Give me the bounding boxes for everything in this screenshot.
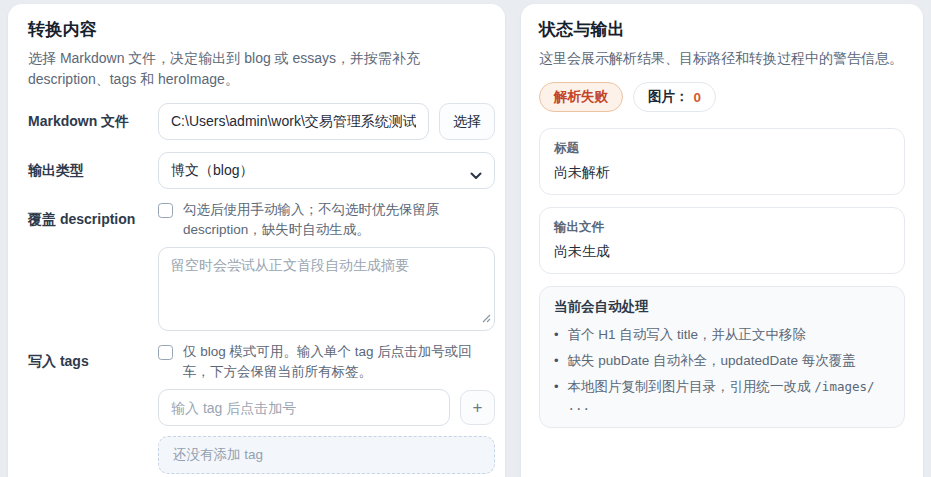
auto-process-item: • 首个 H1 自动写入 title，并从正文中移除 — [554, 325, 890, 344]
output-type-select[interactable]: 博文（blog） — [158, 152, 495, 189]
resize-grip-icon[interactable] — [482, 309, 491, 327]
panel-subtitle-conversion: 选择 Markdown 文件，决定输出到 blog 或 essays，并按需补充… — [28, 48, 490, 90]
parse-status-badge: 解析失败 — [539, 82, 623, 112]
choose-file-button[interactable]: 选择 — [439, 103, 495, 140]
write-tags-checkbox[interactable] — [158, 345, 173, 360]
row-override-description: 覆盖 description 勾选后使用手动输入；不勾选时优先保留原 descr… — [28, 200, 495, 240]
bullet-icon: • — [554, 377, 559, 415]
description-textarea[interactable] — [158, 247, 495, 331]
auto-process-list: • 首个 H1 自动写入 title，并从正文中移除 • 缺失 pubDate … — [554, 325, 890, 415]
title-card-value: 尚未解析 — [554, 164, 890, 182]
bullet-icon: • — [554, 325, 559, 344]
output-file-card-value: 尚未生成 — [554, 243, 890, 261]
tag-empty-state: 还没有添加 tag — [158, 436, 495, 474]
auto-process-card: 当前会自动处理 • 首个 H1 自动写入 title，并从正文中移除 • 缺失 … — [539, 286, 905, 428]
tag-input[interactable] — [158, 389, 450, 426]
write-tags-label: 写入 tags — [28, 353, 158, 371]
output-file-card: 输出文件 尚未生成 — [539, 207, 905, 274]
auto-process-item: • 缺失 pubDate 自动补全，updatedDate 每次覆盖 — [554, 351, 890, 370]
row-markdown-file: Markdown 文件 选择 — [28, 103, 495, 140]
conversion-panel: 转换内容 选择 Markdown 文件，决定输出到 blog 或 essays，… — [8, 4, 505, 477]
output-type-selected-value: 博文（blog） — [171, 162, 253, 180]
row-write-tags: 写入 tags 仅 blog 模式可用。输入单个 tag 后点击加号或回车，下方… — [28, 342, 495, 382]
add-tag-button[interactable]: + — [460, 390, 495, 425]
panel-title-conversion: 转换内容 — [28, 18, 495, 41]
auto-process-card-label: 当前会自动处理 — [554, 298, 890, 316]
write-tags-hint: 仅 blog 模式可用。输入单个 tag 后点击加号或回车，下方会保留当前所有标… — [183, 342, 495, 382]
row-tag-list: 还没有添加 tag — [28, 436, 495, 474]
app-background: 转换内容 选择 Markdown 文件，决定输出到 blog 或 essays，… — [0, 0, 931, 477]
image-count-value: 0 — [694, 90, 702, 105]
override-description-label: 覆盖 description — [28, 211, 158, 229]
panel-title-status: 状态与输出 — [539, 18, 905, 41]
title-card: 标题 尚未解析 — [539, 128, 905, 195]
status-panel: 状态与输出 这里会展示解析结果、目标路径和转换过程中的警告信息。 解析失败 图片… — [521, 4, 923, 477]
status-badges: 解析失败 图片： 0 — [539, 82, 905, 112]
chevron-down-icon — [470, 167, 482, 183]
image-count-badge: 图片： 0 — [633, 82, 716, 112]
output-type-label: 输出类型 — [28, 162, 158, 180]
auto-process-item: • 本地图片复制到图片目录，引用统一改成 /images/ ... — [554, 377, 890, 415]
row-description-textarea — [28, 247, 495, 331]
title-card-label: 标题 — [554, 140, 890, 157]
bullet-icon: • — [554, 351, 559, 370]
image-count-label: 图片： — [648, 88, 689, 106]
row-output-type: 输出类型 博文（blog） — [28, 152, 495, 189]
markdown-file-label: Markdown 文件 — [28, 113, 158, 131]
panel-subtitle-status: 这里会展示解析结果、目标路径和转换过程中的警告信息。 — [539, 48, 905, 69]
row-tag-input: + — [28, 389, 495, 426]
output-file-card-label: 输出文件 — [554, 219, 890, 236]
override-description-hint: 勾选后使用手动输入；不勾选时优先保留原 description，缺失时自动生成。 — [183, 200, 495, 240]
markdown-file-input[interactable] — [158, 103, 429, 140]
override-description-checkbox[interactable] — [158, 203, 173, 218]
